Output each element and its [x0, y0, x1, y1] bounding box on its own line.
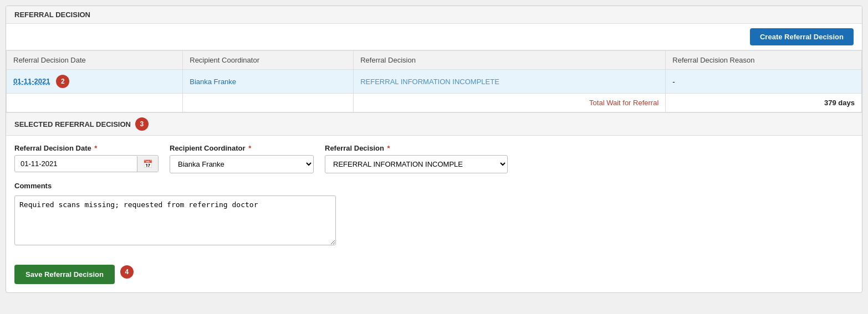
date-input[interactable] — [15, 156, 137, 172]
decision-form-group: Referral Decision * REFERRAL INFORMATION… — [325, 144, 508, 173]
comments-label: Comments — [14, 182, 854, 190]
decision-value: REFERRAL INFORMATION INCOMPLETE — [360, 78, 499, 86]
total-empty-1 — [7, 94, 183, 112]
comments-textarea[interactable]: Required scans missing; requested from r… — [14, 195, 336, 245]
selected-badge: 3 — [135, 117, 149, 131]
total-wait-label: Total Wait for Referral — [589, 99, 658, 107]
create-referral-decision-button[interactable]: Create Referral Decision — [750, 28, 854, 45]
table-cell-reason: - — [666, 70, 862, 94]
col-header-coordinator: Recipient Coordinator — [183, 51, 354, 70]
decision-required-star: * — [385, 144, 390, 152]
date-input-container: 📅 — [14, 155, 159, 172]
coordinator-field-label: Recipient Coordinator * — [170, 144, 314, 152]
coordinator-link[interactable]: Bianka Franke — [190, 78, 236, 86]
coordinator-select[interactable]: Bianka Franke John Smith Jane Doe — [170, 155, 314, 173]
col-header-date: Referral Decision Date — [7, 51, 183, 70]
total-value-cell: 379 days — [666, 94, 862, 112]
decision-field-label: Referral Decision * — [325, 144, 508, 152]
referral-decision-table: Referral Decision Date Recipient Coordin… — [6, 50, 862, 112]
form-row-1: Referral Decision Date * 📅 Recipient Coo… — [14, 144, 854, 173]
save-row: Save Referral Decision 4 — [6, 254, 862, 292]
date-field-label: Referral Decision Date * — [14, 144, 159, 152]
selected-section-header: SELECTED REFERRAL DECISION 3 — [6, 113, 862, 136]
date-link[interactable]: 01-11-2021 — [13, 77, 50, 85]
calendar-icon[interactable]: 📅 — [137, 156, 158, 172]
table-cell-coordinator: Bianka Franke — [183, 70, 354, 94]
coordinator-form-group: Recipient Coordinator * Bianka Franke Jo… — [170, 144, 314, 173]
selected-section-body: Referral Decision Date * 📅 Recipient Coo… — [6, 136, 862, 254]
date-required-star: * — [93, 144, 98, 152]
coordinator-required-star: * — [247, 144, 252, 152]
main-container: REFERRAL DECISION Create Referral Decisi… — [6, 6, 862, 293]
total-row: Total Wait for Referral 379 days — [7, 94, 862, 112]
date-form-group: Referral Decision Date * 📅 — [14, 144, 159, 173]
table-cell-decision: REFERRAL INFORMATION INCOMPLETE — [354, 70, 666, 94]
section-header: REFERRAL DECISION — [6, 6, 862, 24]
total-label-cell: Total Wait for Referral — [354, 94, 666, 112]
decision-select[interactable]: REFERRAL INFORMATION INCOMPLE APPROVED D… — [325, 155, 508, 173]
section-title: REFERRAL DECISION — [14, 11, 90, 19]
table-row: 01-11-2021 2 Bianka Franke REFERRAL INFO… — [7, 70, 862, 94]
total-wait-value: 379 days — [824, 99, 855, 107]
comments-form-group: Comments Required scans missing; request… — [14, 182, 854, 245]
total-empty-2 — [183, 94, 354, 112]
selected-section-title: SELECTED REFERRAL DECISION — [14, 120, 131, 128]
toolbar-row: Create Referral Decision — [6, 24, 862, 50]
row-badge: 2 — [56, 75, 69, 88]
save-badge: 4 — [120, 265, 134, 279]
col-header-decision: Referral Decision — [354, 51, 666, 70]
save-referral-decision-button[interactable]: Save Referral Decision — [14, 265, 115, 284]
table-cell-date: 01-11-2021 2 — [7, 70, 183, 94]
col-header-reason: Referral Decision Reason — [666, 51, 862, 70]
